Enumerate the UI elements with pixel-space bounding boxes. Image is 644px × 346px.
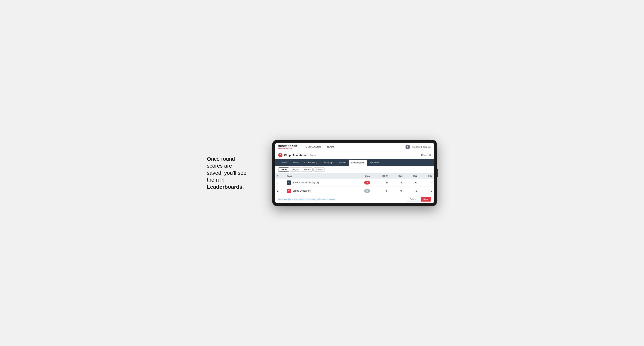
filter-scores-button[interactable]: Scores (302, 168, 312, 172)
filter-strokes-button[interactable]: Strokes (313, 168, 325, 172)
tab-leaderboards[interactable]: Leaderboards (349, 160, 367, 166)
score-badge-1: -5 (364, 181, 370, 184)
left-line5: Leaderboards (207, 184, 242, 190)
left-line2: scores are (207, 163, 232, 169)
tab-details[interactable]: Details (278, 160, 290, 166)
cancel-top-icon: ✕ (429, 154, 431, 157)
col-rd2: RD2 (404, 173, 419, 178)
col-rd1: RD1 (390, 173, 404, 178)
tablet-screen: SCOREBOARD Powered by clippd TOURNAMENTS… (275, 143, 434, 203)
leaderboard-table: # TEAM TOTAL THRU RD1 RD2 RD3 1 (275, 173, 434, 195)
footer-url: https://stage-blue-coach.stagescore boar… (278, 198, 405, 200)
tab-course-setup[interactable]: Course Setup (302, 160, 320, 166)
tournament-title-area: C Clippd Invitational (Men) (278, 153, 316, 157)
tablet-device: SCOREBOARD Powered by clippd TOURNAMENTS… (272, 140, 437, 206)
score-badge-2: +3 (364, 189, 370, 193)
sub-tabs: Details Teams Course Setup Tee Groups Re… (275, 160, 434, 166)
thru-cell-1: F (372, 178, 390, 187)
logo-brand: clippd (287, 148, 292, 149)
rd2-cell-1: +5 (404, 178, 419, 187)
logo-sub: Powered by clippd (278, 148, 297, 149)
col-rank: # (275, 173, 285, 178)
tab-results[interactable]: Results (336, 160, 349, 166)
filter-players-button[interactable]: Players (290, 168, 301, 172)
rd2-cell-2: -8 (404, 187, 419, 195)
team-cell: C Clippd College [A] (285, 187, 352, 195)
tournament-icon: C (278, 153, 282, 157)
cancel-top-button[interactable]: Cancel ✕ (421, 154, 431, 157)
col-total: TOTAL (352, 173, 372, 178)
rd3-cell-2: +3 (419, 187, 434, 195)
rank-cell: 1 (275, 178, 285, 187)
user-name: Test User | (412, 146, 422, 148)
col-thru: THRU (372, 173, 390, 178)
rd1-cell-1: -4 (390, 178, 404, 187)
left-line4: them in (207, 177, 224, 183)
table-row: 1 SU Scoreboard University [A] -5 F (275, 178, 434, 187)
top-nav: SCOREBOARD Powered by clippd TOURNAMENTS… (275, 143, 434, 151)
team-logo-2: C (287, 189, 291, 193)
nav-item-teams[interactable]: TEAMS (324, 143, 337, 151)
table-row: 2 C Clippd College [A] +3 F (275, 187, 434, 195)
footer-bar: https://stage-blue-coach.stagescore boar… (275, 195, 434, 203)
team-name-2: Clippd College [A] (292, 189, 311, 192)
user-avatar: S (406, 145, 410, 149)
cancel-button[interactable]: Cancel (407, 197, 419, 202)
tab-teams[interactable]: Teams (290, 160, 302, 166)
left-period: . (242, 184, 244, 190)
nav-item-tournaments[interactable]: TOURNAMENTS (302, 143, 324, 151)
total-cell-2: +3 (352, 187, 372, 195)
content-area: # TEAM TOTAL THRU RD1 RD2 RD3 1 (275, 173, 434, 195)
filter-bar: Teams Players Scores Strokes (275, 166, 434, 173)
col-team: TEAM (285, 173, 352, 178)
left-line3: saved, you'll see (207, 170, 246, 176)
logo-area: SCOREBOARD Powered by clippd (278, 145, 297, 149)
left-line1: Once round (207, 156, 235, 162)
rd3-cell-1: -6 (419, 178, 434, 187)
rd1-cell-2: +8 (390, 187, 404, 195)
col-rd3: RD3 (419, 173, 434, 178)
tournament-header: C Clippd Invitational (Men) Cancel ✕ (275, 151, 434, 160)
sign-out-link[interactable]: Sign out (423, 146, 431, 148)
tab-printables[interactable]: Printables (367, 160, 382, 166)
cancel-top-label: Cancel (421, 154, 428, 157)
tournament-name: Clippd Invitational (284, 154, 307, 157)
tournament-subtitle: (Men) (310, 154, 316, 157)
team-name-1: Scoreboard University [A] (292, 181, 318, 184)
save-button[interactable]: Save (421, 197, 431, 201)
tab-tee-groups[interactable]: Tee Groups (320, 160, 336, 166)
team-cell: SU Scoreboard University [A] (285, 178, 352, 187)
nav-items: TOURNAMENTS TEAMS (302, 143, 406, 151)
table-header-row: # TEAM TOTAL THRU RD1 RD2 RD3 (275, 173, 434, 178)
total-cell-1: -5 (352, 178, 372, 187)
tablet-side-button (437, 169, 438, 177)
page-wrapper: Once round scores are saved, you'll see … (207, 140, 437, 206)
nav-right: S Test User | Sign out (406, 145, 431, 149)
left-text-block: Once round scores are saved, you'll see … (207, 156, 260, 190)
thru-cell-2: F (372, 187, 390, 195)
logo-title: SCOREBOARD (278, 145, 297, 148)
team-logo-1: SU (287, 180, 291, 185)
rank-cell: 2 (275, 187, 285, 195)
filter-teams-button[interactable]: Teams (278, 168, 289, 172)
